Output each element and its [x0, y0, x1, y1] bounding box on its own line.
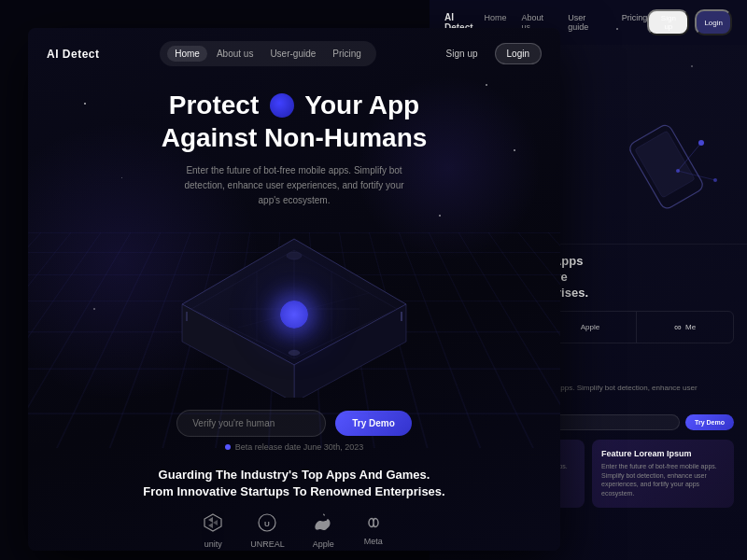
hero-subtitle: Enter the future of bot-free mobile apps…	[173, 163, 416, 208]
companies-title: Guarding The Industry's Top Apps And Gam…	[47, 467, 542, 500]
company-unreal: U UNREAL	[250, 513, 285, 549]
phone-illustration	[28, 216, 560, 402]
signup-button[interactable]: Sign up	[437, 44, 487, 63]
bg-logo-meta: ∞ Me	[637, 312, 733, 343]
apple-label: Apple	[313, 539, 334, 549]
bg-signup-button[interactable]: Sign up	[647, 9, 689, 35]
hero-title: Protect Your App Against Non-Humans	[65, 89, 523, 154]
bg-feature-card-2-title: Feature Loream Ipsum	[601, 449, 725, 458]
nav-guide[interactable]: User-guide	[262, 46, 323, 62]
unreal-label: UNREAL	[250, 539, 285, 549]
unreal-icon: U	[258, 513, 276, 536]
svg-rect-1	[635, 131, 696, 198]
nav-pricing[interactable]: Pricing	[325, 46, 369, 62]
globe-icon	[270, 93, 294, 118]
bg-nav-pricing[interactable]: Pricing	[622, 13, 648, 32]
main-logo: AI Detect	[47, 48, 100, 61]
bg-nav-guide[interactable]: User guide	[568, 13, 606, 32]
nav-actions: Sign up Login	[437, 43, 542, 64]
svg-marker-23	[208, 523, 213, 528]
companies-section: Guarding The Industry's Top Apps And Gam…	[28, 452, 560, 551]
main-navbar: AI Detect Home About us User-guide Prici…	[28, 28, 560, 79]
apple-icon	[315, 513, 331, 536]
bg-demo-button[interactable]: Try Demo	[685, 414, 734, 430]
glow-dot	[280, 301, 308, 329]
bg-login-button[interactable]: Login	[695, 9, 732, 35]
bg-phone-svg	[613, 115, 725, 227]
bg-feature-card-2-text: Enter the future of bot-free mobile apps…	[601, 462, 725, 498]
svg-marker-22	[213, 520, 218, 525]
unity-icon	[204, 513, 222, 536]
unity-label: unity	[204, 539, 222, 549]
meta-icon	[362, 516, 385, 533]
svg-marker-21	[208, 517, 213, 523]
main-nav-links: Home About us User-guide Pricing	[160, 41, 376, 66]
svg-point-16	[287, 252, 302, 259]
company-meta: Meta	[362, 516, 385, 546]
bg-feature-card-2: Feature Loream Ipsum Enter the future of…	[592, 440, 734, 508]
company-unity: unity	[204, 513, 222, 549]
company-apple: Apple	[313, 513, 334, 549]
svg-point-17	[289, 350, 300, 356]
bg-nav-actions: Sign up Login	[647, 9, 732, 35]
login-button[interactable]: Login	[495, 43, 542, 64]
hero-section: Protect Your App Against Non-Humans Ente…	[28, 79, 560, 208]
meta-label: Meta	[364, 537, 383, 546]
nav-about[interactable]: About us	[209, 46, 261, 62]
companies-logos: unity U UNREAL	[47, 513, 542, 549]
svg-text:U: U	[265, 520, 271, 528]
nav-home[interactable]: Home	[167, 46, 207, 62]
main-page: AI Detect Home About us User-guide Prici…	[28, 28, 560, 551]
